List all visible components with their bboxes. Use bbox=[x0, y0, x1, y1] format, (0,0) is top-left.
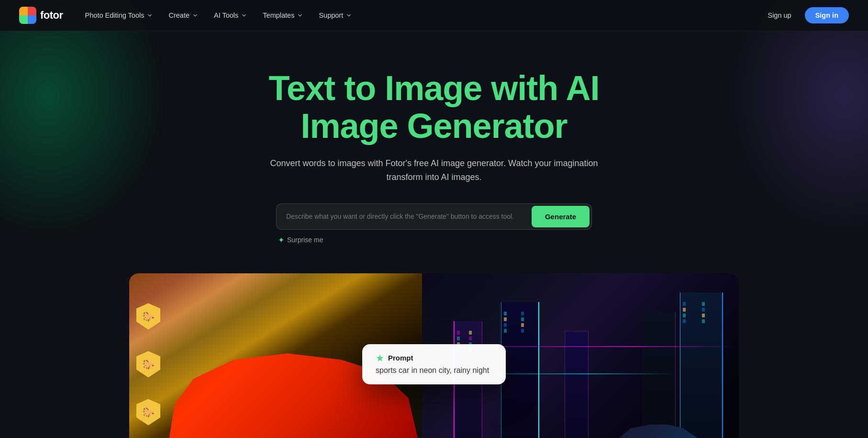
nav-links: Photo Editing Tools Create AI Tools Temp… bbox=[78, 8, 762, 23]
ferrari-shield-1: 🐎 bbox=[136, 303, 160, 329]
hero-subtitle: Convert words to images with Fotor's fre… bbox=[267, 157, 601, 184]
chevron-down-icon bbox=[146, 12, 153, 19]
nav-item-templates[interactable]: Templates bbox=[256, 8, 310, 23]
prompt-input[interactable] bbox=[286, 207, 532, 226]
nav-label-templates: Templates bbox=[263, 11, 294, 19]
hero-title-line2: Image Generator bbox=[300, 107, 567, 145]
prompt-input-container: Generate ✦ Surprise me bbox=[276, 203, 592, 245]
surprise-me-button[interactable]: ✦ Surprise me bbox=[278, 236, 592, 245]
sparkle-icon: ✦ bbox=[278, 236, 284, 245]
nav-label-ai-tools: AI Tools bbox=[214, 11, 238, 19]
chevron-down-icon bbox=[241, 12, 247, 19]
logo[interactable]: fotor bbox=[19, 7, 63, 24]
nav-label-create: Create bbox=[168, 11, 189, 19]
nav-item-create[interactable]: Create bbox=[162, 8, 205, 23]
hero-title-line1: Text to Image with AI bbox=[268, 69, 599, 107]
generate-button[interactable]: Generate bbox=[532, 206, 590, 227]
building-5 bbox=[642, 312, 676, 438]
search-bar: Generate bbox=[276, 203, 592, 230]
logo-text: fotor bbox=[40, 9, 63, 22]
building-2 bbox=[501, 302, 539, 438]
nav-item-support[interactable]: Support bbox=[312, 8, 359, 23]
prompt-text: sports car in neon city, rainy night bbox=[376, 366, 492, 375]
building-4 bbox=[680, 292, 723, 438]
signin-button[interactable]: Sign in bbox=[805, 7, 849, 23]
chevron-down-icon bbox=[345, 12, 352, 19]
preview-section: 🐎 🐎 🐎 bbox=[0, 273, 868, 438]
chevron-down-icon bbox=[192, 12, 199, 19]
nav-item-ai-tools[interactable]: AI Tools bbox=[207, 8, 254, 23]
nav-label-photo-editing-tools: Photo Editing Tools bbox=[85, 11, 145, 19]
surprise-me-label: Surprise me bbox=[287, 236, 323, 244]
logo-icon bbox=[19, 7, 36, 24]
chevron-down-icon bbox=[297, 12, 303, 19]
hero-section: Text to Image with AI Image Generator Co… bbox=[0, 31, 868, 264]
hero-title: Text to Image with AI Image Generator bbox=[10, 69, 858, 145]
preview-card: 🐎 🐎 🐎 bbox=[129, 273, 739, 438]
nav-item-photo-editing-tools[interactable]: Photo Editing Tools bbox=[78, 8, 160, 23]
nav-auth: Sign up Sign in bbox=[762, 7, 849, 23]
ferrari-shield-2: 🐎 bbox=[136, 351, 160, 377]
prompt-label: Prompt bbox=[376, 354, 492, 362]
prompt-sparkle-icon bbox=[376, 354, 384, 362]
prompt-label-text: Prompt bbox=[388, 354, 413, 362]
navigation: fotor Photo Editing Tools Create AI Tool… bbox=[0, 0, 868, 31]
ferrari-logos: 🐎 🐎 🐎 bbox=[136, 273, 175, 438]
nav-label-support: Support bbox=[319, 11, 343, 19]
signup-button[interactable]: Sign up bbox=[762, 8, 797, 23]
prompt-bubble: Prompt sports car in neon city, rainy ni… bbox=[362, 344, 506, 384]
ferrari-shield-3: 🐎 bbox=[136, 399, 160, 425]
